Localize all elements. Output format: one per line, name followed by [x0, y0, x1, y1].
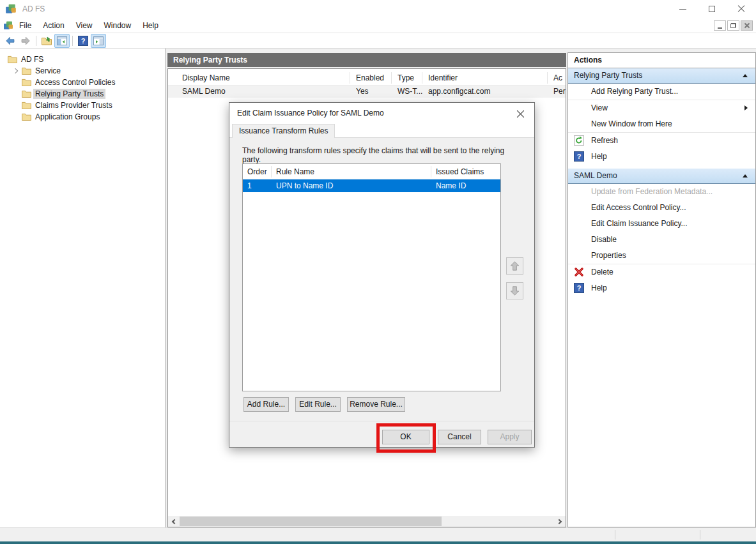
action-disable[interactable]: Disable: [568, 232, 755, 248]
maximize-icon: [709, 6, 715, 12]
action-label: View: [591, 103, 608, 112]
action-new-window-from-here[interactable]: New Window from Here: [568, 116, 755, 132]
menu-bar: File Action View Window Help: [0, 18, 756, 33]
column-header-identifier[interactable]: Identifier: [422, 72, 548, 84]
mdi-minimize-icon: [718, 27, 722, 29]
tree-item-relying-party-trusts[interactable]: Relying Party Trusts: [0, 88, 166, 100]
action-help-saml-demo[interactable]: ? Help: [568, 280, 755, 296]
action-label: New Window from Here: [591, 119, 672, 128]
cell-access-control: Per: [548, 86, 566, 98]
action-view[interactable]: View: [568, 100, 755, 116]
cancel-button[interactable]: Cancel: [438, 430, 481, 444]
action-help-rpt[interactable]: ? Help: [568, 149, 755, 165]
horizontal-scrollbar[interactable]: [168, 516, 566, 527]
rule-row-upn-to-name-id[interactable]: 1 UPN to Name ID Name ID: [243, 179, 500, 192]
tree-item-adfs-root[interactable]: AD FS: [0, 54, 166, 65]
column-header-order[interactable]: Order: [243, 166, 272, 178]
maximize-button[interactable]: [697, 0, 727, 18]
action-label: Edit Claim Issuance Policy...: [591, 219, 688, 228]
edit-rule-button[interactable]: Edit Rule...: [295, 397, 341, 412]
apply-button: Apply: [488, 430, 532, 444]
cell-order: 1: [243, 179, 272, 192]
chevron-right-icon: [557, 518, 562, 524]
menu-help[interactable]: Help: [137, 18, 164, 33]
forward-button[interactable]: [18, 34, 33, 48]
scroll-left-button[interactable]: [168, 516, 179, 527]
back-button[interactable]: [3, 34, 18, 48]
menu-window[interactable]: Window: [98, 18, 137, 33]
chevron-left-icon: [172, 518, 177, 524]
cell-display-name: SAML Demo: [168, 86, 350, 98]
dialog-close-button[interactable]: [511, 106, 529, 121]
action-add-relying-party-trust[interactable]: Add Relying Party Trust...: [568, 84, 755, 100]
mdi-close-icon: [744, 23, 750, 28]
actions-group-saml-demo[interactable]: SAML Demo: [568, 169, 755, 184]
actions-group-label: SAML Demo: [574, 171, 617, 180]
action-label: Help: [591, 152, 607, 161]
scroll-right-button[interactable]: [555, 516, 566, 527]
action-edit-access-control-policy[interactable]: Edit Access Control Policy...: [568, 200, 755, 216]
results-pane-header: Relying Party Trusts: [167, 53, 566, 67]
action-update-from-federation-metadata: Update from Federation Metadata...: [568, 184, 755, 200]
action-label: Edit Access Control Policy...: [591, 203, 686, 212]
chevron-right-icon[interactable]: [13, 68, 18, 73]
tree-item-label: Service: [33, 66, 63, 76]
mdi-minimize-button[interactable]: [714, 20, 726, 31]
mdi-restore-button[interactable]: [727, 20, 739, 31]
close-button[interactable]: [727, 0, 756, 18]
title-bar: AD FS: [0, 0, 756, 18]
folder-icon: [22, 67, 31, 75]
folder-icon: [22, 102, 31, 109]
show-hide-console-tree-button[interactable]: [54, 34, 70, 48]
add-rule-button[interactable]: Add Rule...: [243, 397, 289, 412]
tree-item-claims-provider-trusts[interactable]: Claims Provider Trusts: [0, 100, 166, 111]
action-label: Update from Federation Metadata...: [591, 187, 713, 196]
move-rule-up-button[interactable]: [506, 257, 523, 275]
tree-item-application-groups[interactable]: Application Groups: [0, 111, 166, 123]
column-header-rule-name[interactable]: Rule Name: [272, 166, 431, 178]
mdi-restore-icon: [730, 23, 736, 28]
show-hide-action-pane-button[interactable]: [91, 34, 106, 48]
dialog-footer-separator: [229, 421, 534, 421]
taskbar-edge: [0, 541, 756, 544]
action-label: Help: [591, 283, 607, 292]
tree-item-label: Relying Party Trusts: [33, 89, 105, 99]
actions-group-label: Relying Party Trusts: [574, 71, 642, 80]
minimize-button[interactable]: [668, 0, 697, 18]
column-header-issued-claims[interactable]: Issued Claims: [431, 166, 500, 178]
column-header-display-name[interactable]: Display Name: [168, 72, 350, 84]
remove-rule-button[interactable]: Remove Rule...: [347, 397, 405, 412]
action-label: Add Relying Party Trust...: [591, 87, 678, 96]
column-header-type[interactable]: Type: [392, 72, 422, 84]
tree-item-service[interactable]: Service: [0, 65, 166, 77]
action-properties[interactable]: Properties: [568, 248, 755, 264]
action-pane-icon: [93, 36, 104, 45]
cell-issued-claims: Name ID: [431, 179, 500, 192]
export-list-button[interactable]: [39, 34, 54, 48]
tree-item-label: Application Groups: [33, 112, 102, 122]
mdi-close-button[interactable]: [741, 20, 753, 31]
close-icon: [737, 5, 745, 13]
folder-icon: [22, 79, 31, 86]
action-label: Properties: [591, 251, 626, 260]
tree-item-access-control-policies[interactable]: Access Control Policies: [0, 77, 166, 88]
move-rule-down-button[interactable]: [506, 282, 523, 299]
menu-file[interactable]: File: [13, 18, 37, 33]
column-header-access-control[interactable]: Ac: [548, 72, 566, 84]
scrollbar-thumb[interactable]: [180, 517, 442, 526]
tab-issuance-transform-rules[interactable]: Issuance Transform Rules: [232, 124, 335, 138]
action-refresh[interactable]: Refresh: [568, 133, 755, 149]
help-toolbar-button[interactable]: ?: [75, 34, 91, 48]
column-header-enabled[interactable]: Enabled: [350, 72, 392, 84]
menu-action[interactable]: Action: [37, 18, 70, 33]
action-edit-claim-issuance-policy[interactable]: Edit Claim Issuance Policy...: [568, 216, 755, 232]
console-icon: [3, 20, 13, 31]
action-delete[interactable]: Delete: [568, 264, 755, 280]
table-row-saml-demo[interactable]: SAML Demo Yes WS-T... app.configcat.com …: [168, 86, 566, 98]
window-title: AD FS: [22, 4, 45, 13]
menu-view[interactable]: View: [70, 18, 98, 33]
collapse-icon: [743, 74, 748, 77]
actions-group-relying-party-trusts[interactable]: Relying Party Trusts: [568, 68, 755, 84]
actions-pane-title: Actions: [568, 53, 755, 68]
ok-button[interactable]: OK: [382, 430, 429, 444]
